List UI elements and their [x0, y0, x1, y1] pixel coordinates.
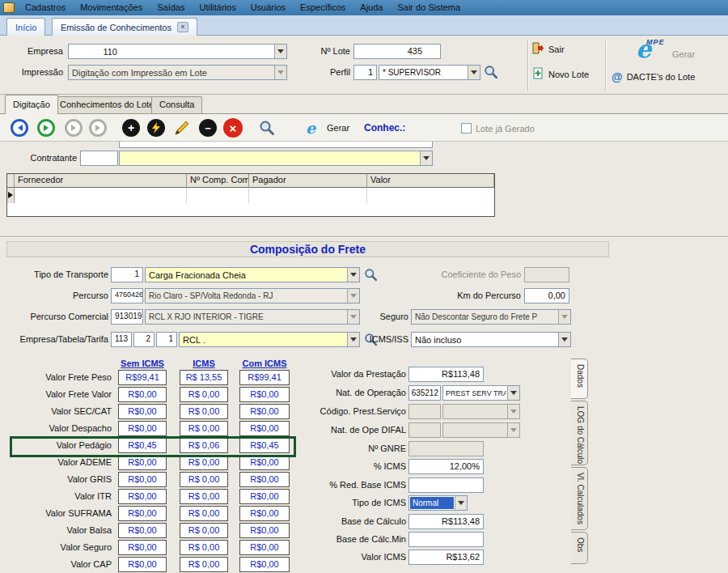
- valor-cell[interactable]: R$0,00: [239, 472, 290, 487]
- km-percurso-field[interactable]: 0,00: [524, 288, 569, 303]
- tipo-transporte-code-field[interactable]: 1: [111, 267, 143, 282]
- valor-cell[interactable]: R$ 0,00: [180, 404, 228, 419]
- side-tab-log-do-calculo[interactable]: LOG do Cálculo: [571, 401, 588, 465]
- lightning-icon[interactable]: [147, 119, 165, 137]
- valor-cell[interactable]: R$ 0,00: [180, 506, 228, 521]
- valor-cell[interactable]: R$0,00: [239, 489, 290, 504]
- valor-icms-field[interactable]: R$13,62: [408, 550, 484, 565]
- tab-inicio[interactable]: Início: [6, 18, 45, 36]
- menu-saidas[interactable]: Saídas: [150, 0, 192, 15]
- percurso-comercial-combo[interactable]: RCL X RJO INTERIOR - TIGRE: [145, 309, 360, 325]
- add-record-icon[interactable]: [122, 119, 140, 137]
- novo-lote-button[interactable]: Novo Lote: [532, 67, 589, 81]
- tipo-transporte-combo[interactable]: Carga Fracionada Cheia: [145, 267, 360, 282]
- seguro-combo[interactable]: Não Descontar Seguro do Frete P: [411, 309, 571, 325]
- ett-empresa-field[interactable]: 113: [111, 332, 132, 347]
- ett-tabela-field[interactable]: 2: [133, 332, 154, 347]
- side-tab-obs[interactable]: Obs: [571, 532, 588, 564]
- dropdown-arrow-icon[interactable]: [347, 268, 359, 282]
- valor-cell[interactable]: R$0,00: [239, 523, 290, 538]
- percurso-comercial-code-field[interactable]: 913019: [111, 309, 143, 325]
- table-row[interactable]: [7, 188, 494, 203]
- menu-sair-do-sistema[interactable]: Sair do Sistema: [390, 0, 468, 15]
- nat-operacao-combo[interactable]: PREST SERV TRANSI: [442, 385, 520, 401]
- cell-valor[interactable]: [367, 188, 494, 203]
- valor-cell[interactable]: R$ 13,55: [180, 370, 228, 385]
- column-pagador[interactable]: Pagador: [249, 174, 367, 188]
- dropdown-arrow-icon[interactable]: [468, 66, 480, 79]
- valor-cell[interactable]: R$0,00: [239, 455, 290, 470]
- valor-cell[interactable]: R$0,00: [239, 557, 290, 572]
- dacte-lote-button[interactable]: DACTE's do Lote: [612, 71, 695, 83]
- valor-cell[interactable]: R$ 0,06: [180, 438, 228, 453]
- valor-cell[interactable]: R$0,00: [239, 421, 290, 436]
- tab-conhecimentos-do-lote[interactable]: Conhecimentos do Lote: [52, 96, 162, 113]
- dropdown-arrow-icon[interactable]: [420, 151, 432, 165]
- tipo-icms-combo[interactable]: Normal: [408, 495, 468, 511]
- tarifa-combo[interactable]: RCL .: [179, 332, 360, 347]
- valor-cell[interactable]: R$0,45: [118, 438, 167, 453]
- base-calculo-field[interactable]: R$113,48: [408, 514, 484, 529]
- valor-prestacao-field[interactable]: R$113,48: [408, 367, 484, 382]
- nat-operacao-code-field[interactable]: 635212: [408, 385, 441, 401]
- perc-icms-field[interactable]: 12,00%: [408, 459, 484, 474]
- nav-green-icon[interactable]: [37, 119, 55, 137]
- valor-cell[interactable]: R$ 0,00: [180, 455, 228, 470]
- tipo-transporte-search-icon[interactable]: [364, 268, 378, 283]
- cell-pagador[interactable]: [249, 188, 367, 203]
- valor-cell[interactable]: R$ 0,00: [180, 421, 228, 436]
- perfil-combo[interactable]: * SUPERVISOR: [379, 65, 480, 80]
- menu-especificos[interactable]: Específicos: [293, 0, 353, 15]
- remove-record-icon[interactable]: [199, 119, 217, 137]
- valor-cell[interactable]: R$0,00: [118, 387, 167, 402]
- side-tab-dados[interactable]: Dados: [571, 359, 588, 399]
- valor-cell[interactable]: R$0,00: [118, 557, 167, 572]
- search-icon[interactable]: [259, 120, 275, 138]
- cell-fornecedor[interactable]: [15, 188, 187, 203]
- percurso-code-field[interactable]: 47604266: [111, 288, 143, 303]
- empresa-combo[interactable]: 110: [68, 44, 287, 59]
- valor-cell[interactable]: R$ 0,00: [180, 523, 228, 538]
- tab-emissao-conhecimentos[interactable]: Emissão de Conhecimentos: [52, 18, 197, 36]
- percurso-combo[interactable]: Rio Claro - SP/Volta Redonda - RJ: [145, 288, 360, 303]
- numero-lote-field[interactable]: 435: [353, 44, 441, 59]
- valor-cell[interactable]: R$ 0,00: [180, 387, 228, 402]
- side-tab-vl-calculados[interactable]: Vl. Calculados: [571, 467, 588, 530]
- column-fornecedor[interactable]: Fornecedor: [15, 174, 187, 188]
- lote-ja-gerado-checkbox[interactable]: [461, 123, 472, 134]
- tab-consulta[interactable]: Consulta: [151, 96, 202, 113]
- gerar-toolbar-label[interactable]: Gerar: [327, 123, 349, 133]
- cancel-icon[interactable]: [223, 118, 243, 138]
- icms-iss-combo[interactable]: Não incluso: [411, 332, 571, 347]
- dropdown-arrow-icon[interactable]: [558, 333, 570, 346]
- sair-button[interactable]: Sair: [532, 42, 565, 56]
- valor-cell[interactable]: R$ 0,00: [180, 489, 228, 504]
- edit-pencil-icon[interactable]: [174, 120, 190, 138]
- dropdown-arrow-icon[interactable]: [274, 45, 286, 58]
- ett-tarifa-field[interactable]: 1: [156, 332, 177, 347]
- valor-cell[interactable]: R$0,45: [239, 438, 290, 453]
- app-icon[interactable]: [3, 2, 15, 13]
- valor-cell[interactable]: R$0,00: [118, 489, 167, 504]
- column-comp-compra[interactable]: Nº Comp. Compra: [187, 174, 249, 188]
- valor-cell[interactable]: R$0,00: [239, 404, 290, 419]
- menu-ajuda[interactable]: Ajuda: [353, 0, 390, 15]
- perfil-search-icon[interactable]: [484, 65, 498, 81]
- valor-cell[interactable]: R$0,00: [118, 523, 167, 538]
- menu-utilitarios[interactable]: Utilitários: [192, 0, 243, 15]
- gerar-e-icon[interactable]: [306, 121, 315, 136]
- valor-cell[interactable]: R$ 0,00: [180, 472, 228, 487]
- menu-movimentacoes[interactable]: Movimentações: [73, 0, 150, 15]
- valor-cell[interactable]: R$0,00: [118, 506, 167, 521]
- contratante-combo[interactable]: [119, 151, 433, 166]
- tab-digitacao[interactable]: Digitação: [5, 95, 58, 114]
- valor-cell[interactable]: R$0,00: [239, 540, 290, 555]
- valor-cell[interactable]: R$ 0,00: [180, 540, 228, 555]
- perfil-num-field[interactable]: 1: [353, 65, 377, 80]
- valor-cell[interactable]: R$99,41: [239, 370, 290, 385]
- valor-cell[interactable]: R$0,00: [239, 506, 290, 521]
- valor-cell[interactable]: R$0,00: [118, 472, 167, 487]
- valor-cell[interactable]: R$0,00: [118, 455, 167, 470]
- menu-cadastros[interactable]: Cadastros: [18, 0, 73, 15]
- red-base-icms-field[interactable]: [408, 478, 484, 493]
